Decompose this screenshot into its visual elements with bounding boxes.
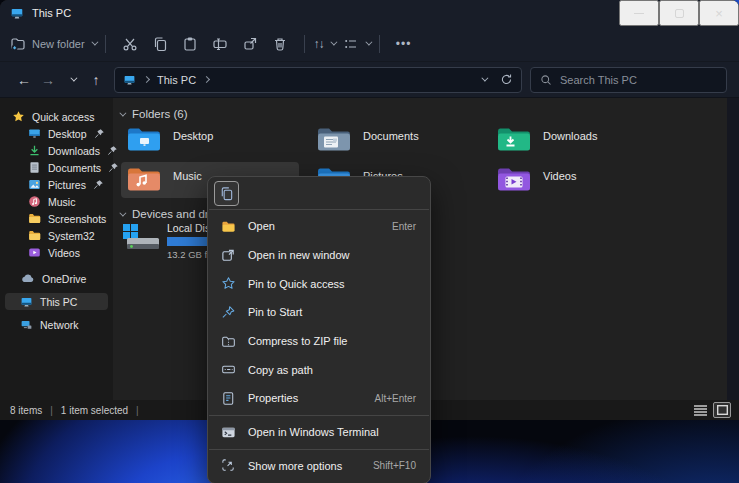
menu-item-label: Properties [248, 392, 367, 404]
sidebar-item-label: Desktop [48, 128, 87, 140]
see-more-button[interactable]: ••• [389, 30, 419, 58]
sidebar-item-label: Music [48, 196, 75, 208]
collapse-chevron-icon [119, 209, 126, 216]
star-icon [12, 110, 25, 123]
details-view-button[interactable] [694, 405, 707, 416]
details-view-icon [694, 405, 707, 416]
menu-item-copy-as-path[interactable]: Copy as path [208, 355, 430, 384]
address-bar-row: ← → ↑ This PC [0, 62, 739, 98]
scrollbar[interactable] [727, 98, 739, 400]
menu-item-pin-to-quick-access[interactable]: Pin to Quick access [208, 269, 430, 298]
document-icon [28, 161, 41, 174]
download-icon [28, 144, 41, 157]
folder-tile-desktop[interactable]: Desktop [121, 122, 299, 158]
sidebar-item-system32[interactable]: System32 [5, 227, 108, 244]
terminal-icon [221, 425, 236, 440]
folder-tile-downloads[interactable]: Downloads [491, 122, 669, 158]
sidebar-item-pictures[interactable]: Pictures [5, 176, 108, 193]
pin-start-icon [221, 305, 236, 320]
folder-tile-documents[interactable]: Documents [311, 122, 489, 158]
maximize-button[interactable] [659, 0, 699, 26]
sidebar-item-this-pc[interactable]: This PC [5, 293, 108, 310]
paste-icon [182, 36, 198, 52]
menu-item-label: Show more options [248, 460, 365, 472]
menu-item-open[interactable]: Open Enter [208, 212, 430, 241]
paste-button[interactable] [175, 30, 205, 58]
search-input[interactable] [560, 74, 717, 86]
large-icons-view-icon [717, 405, 728, 415]
folders-section-label: Folders (6) [132, 108, 188, 120]
recent-locations-button[interactable] [60, 68, 84, 92]
new-folder-label: New folder [32, 38, 85, 50]
sidebar-item-label: Videos [48, 247, 80, 259]
menu-item-properties[interactable]: Properties Alt+Enter [208, 384, 430, 413]
sidebar-item-documents[interactable]: Documents [5, 159, 108, 176]
menu-item-shortcut: Enter [392, 221, 416, 232]
sidebar-item-downloads[interactable]: Downloads [5, 142, 108, 159]
navigation-pane: Quick access Desktop Downloads Documents [0, 98, 113, 400]
menu-item-show-more-options[interactable]: Show more options Shift+F10 [208, 452, 430, 481]
address-dropdown-icon[interactable] [481, 75, 488, 82]
folder-tile-videos[interactable]: Videos [491, 162, 669, 198]
menu-item-open-in-windows-terminal[interactable]: Open in Windows Terminal [208, 418, 430, 447]
desktop-folder-icon [127, 126, 161, 152]
documents-folder-icon [317, 126, 351, 152]
properties-icon [221, 391, 236, 406]
menu-item-compress-to-zip[interactable]: Compress to ZIP file [208, 327, 430, 356]
refresh-icon[interactable] [500, 73, 513, 86]
menu-item-shortcut: Alt+Enter [375, 393, 416, 404]
large-icons-view-button[interactable] [713, 402, 731, 418]
cut-button[interactable] [115, 30, 145, 58]
new-folder-icon [10, 36, 26, 52]
minimize-button[interactable] [619, 0, 659, 26]
sidebar-item-desktop[interactable]: Desktop [5, 125, 108, 142]
cloud-icon [20, 273, 35, 284]
sidebar-item-music[interactable]: Music [5, 193, 108, 210]
more-icon: ••• [396, 37, 412, 51]
back-icon: ← [17, 72, 31, 88]
delete-button[interactable] [265, 30, 295, 58]
sidebar-item-videos[interactable]: Videos [5, 244, 108, 261]
selection-count: 1 item selected [61, 405, 128, 416]
menu-separator [209, 415, 429, 416]
breadcrumb-separator-icon [143, 76, 150, 83]
menu-item-pin-to-start[interactable]: Pin to Start [208, 298, 430, 327]
menu-item-label: Open in new window [248, 249, 408, 261]
new-folder-button[interactable]: New folder [10, 36, 96, 52]
copy-icon [152, 36, 168, 52]
cut-icon [122, 36, 138, 52]
address-bar[interactable]: This PC [114, 67, 522, 93]
share-button[interactable] [235, 30, 265, 58]
local-disk-icon [121, 222, 161, 260]
back-button[interactable]: ← [12, 68, 36, 92]
menu-separator [209, 209, 429, 210]
copy-button[interactable] [214, 181, 239, 206]
close-button[interactable]: × [699, 0, 739, 26]
view-button[interactable] [343, 36, 370, 52]
sort-button[interactable]: ↑↓ [314, 37, 335, 51]
menu-separator [209, 449, 429, 450]
search-box[interactable] [530, 67, 727, 93]
menu-item-label: Pin to Quick access [248, 278, 408, 290]
folders-section-header[interactable]: Folders (6) [119, 108, 188, 120]
up-button[interactable]: ↑ [84, 68, 108, 92]
menu-item-open-in-new-window[interactable]: Open in new window [208, 241, 430, 270]
sidebar-item-label: Documents [48, 162, 101, 174]
delete-icon [272, 36, 288, 52]
downloads-folder-icon [497, 126, 531, 152]
sort-icon: ↑↓ [314, 37, 324, 51]
rename-button[interactable] [205, 30, 235, 58]
breadcrumb-this-pc[interactable]: This PC [157, 74, 196, 86]
menu-item-label: Open in Windows Terminal [248, 426, 408, 438]
chevron-down-icon [70, 75, 77, 82]
sidebar-item-label: Quick access [32, 111, 94, 123]
forward-button[interactable]: → [36, 68, 60, 92]
sidebar-item-network[interactable]: Network [5, 316, 108, 333]
sidebar-item-quick-access[interactable]: Quick access [5, 108, 108, 125]
sidebar-item-onedrive[interactable]: OneDrive [5, 270, 108, 287]
menu-item-label: Pin to Start [248, 306, 408, 318]
folder-tile-label: Videos [543, 170, 576, 182]
music-folder-icon [127, 166, 161, 192]
sidebar-item-screenshots[interactable]: Screenshots [5, 210, 108, 227]
copy-button[interactable] [145, 30, 175, 58]
